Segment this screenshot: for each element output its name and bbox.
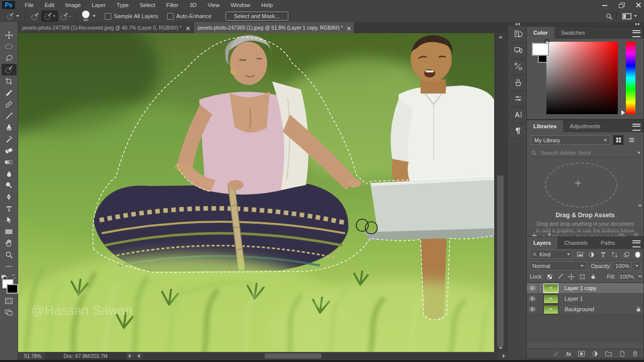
layer-thumbnail[interactable] xyxy=(543,305,558,314)
list-view-button[interactable] xyxy=(626,135,636,145)
eraser-tool[interactable] xyxy=(2,145,17,156)
visibility-eye-icon[interactable] xyxy=(527,304,538,314)
panel-menu-icon[interactable] xyxy=(632,240,640,247)
visibility-eye-icon[interactable] xyxy=(527,283,538,293)
menu-view[interactable]: View xyxy=(202,0,225,10)
new-layer-icon[interactable] xyxy=(619,350,625,357)
character-panel-icon[interactable] xyxy=(510,107,526,123)
filter-shape-layers-icon[interactable] xyxy=(610,250,619,258)
opacity-value-field[interactable]: 100% xyxy=(613,261,631,270)
stock-search-input[interactable] xyxy=(540,149,637,156)
path-selection-tool[interactable] xyxy=(2,214,17,226)
tool-presets-panel-icon[interactable] xyxy=(510,74,526,90)
crop-tool[interactable] xyxy=(2,75,17,87)
blend-mode-select[interactable]: Normal xyxy=(530,261,586,270)
menu-filter[interactable]: Filter xyxy=(160,0,184,10)
menu-window[interactable]: Window xyxy=(225,0,256,10)
menu-help[interactable]: Help xyxy=(256,0,279,10)
document-canvas[interactable]: @Hassan Sawan xyxy=(18,33,494,352)
type-tool[interactable] xyxy=(2,203,17,214)
document-tab-active[interactable]: pexels-photo-247369 (1).jpeg @ 51.8% (La… xyxy=(194,22,355,33)
lock-transparency-icon[interactable] xyxy=(546,274,553,280)
zoom-level-field[interactable]: 51.78% xyxy=(18,353,45,359)
delete-layer-icon[interactable] xyxy=(632,350,638,357)
library-select[interactable]: My Library xyxy=(531,135,610,145)
menu-type[interactable]: Type xyxy=(111,0,134,10)
tab-paths[interactable]: Paths xyxy=(594,237,621,249)
marquee-tool[interactable] xyxy=(2,41,17,52)
lock-position-icon[interactable] xyxy=(568,274,575,280)
paragraph-panel-icon[interactable] xyxy=(510,123,526,139)
horizontal-scroll-thumb[interactable] xyxy=(265,353,321,358)
healing-brush-tool[interactable] xyxy=(2,99,17,110)
tab-layers[interactable]: Layers xyxy=(527,237,557,249)
close-tab-icon[interactable] xyxy=(186,27,189,29)
hue-slider-marker[interactable] xyxy=(621,110,625,115)
fill-value-field[interactable]: 100% xyxy=(619,272,634,281)
tab-adjustments[interactable]: Adjustments xyxy=(563,120,607,132)
layer-row-layer-1[interactable]: Layer 1 xyxy=(527,294,643,304)
lock-artboard-icon[interactable] xyxy=(579,274,586,280)
brush-tool[interactable] xyxy=(2,110,17,122)
close-tab-icon[interactable] xyxy=(348,27,350,29)
properties-panel-icon[interactable] xyxy=(510,90,526,107)
pen-tool[interactable] xyxy=(2,191,17,203)
tab-color[interactable]: Color xyxy=(527,27,554,39)
layer-thumbnail[interactable] xyxy=(543,284,558,293)
search-icon[interactable] xyxy=(605,13,613,20)
menu-file[interactable]: File xyxy=(19,0,39,10)
filter-adjustment-layers-icon[interactable] xyxy=(587,250,596,258)
lock-pixels-icon[interactable] xyxy=(557,274,564,280)
history-brush-tool[interactable] xyxy=(2,133,17,145)
foreground-color-chip[interactable] xyxy=(532,43,549,56)
tab-libraries[interactable]: Libraries xyxy=(527,120,563,132)
add-layer-mask-icon[interactable] xyxy=(578,350,585,357)
new-adjustment-layer-icon[interactable] xyxy=(592,350,598,357)
filter-pixel-layers-icon[interactable] xyxy=(576,250,584,258)
tab-channels[interactable]: Channels xyxy=(557,237,594,249)
menu-edit[interactable]: Edit xyxy=(39,0,60,10)
eyedropper-tool[interactable] xyxy=(2,87,17,99)
select-and-mask-button[interactable]: Select and Mask... xyxy=(225,12,288,21)
menu-select[interactable]: Select xyxy=(134,0,161,10)
collapse-to-icons-icon[interactable] xyxy=(515,23,520,26)
lasso-tool[interactable] xyxy=(2,52,17,64)
subtract-selection-mode-button[interactable]: - xyxy=(58,11,72,21)
opacity-dropdown[interactable] xyxy=(633,261,640,270)
filter-kind-select[interactable]: Kind xyxy=(530,250,573,259)
new-group-icon[interactable] xyxy=(605,350,612,357)
vertical-scrollbar[interactable] xyxy=(495,33,506,352)
layer-row-background[interactable]: Background xyxy=(527,304,643,315)
minimize-icon[interactable] xyxy=(602,2,608,8)
history-panel-icon[interactable] xyxy=(510,26,526,42)
document-tab-inactive[interactable]: pexels-photo-247369 (1)-Recovered.jpeg @… xyxy=(18,22,194,33)
close-icon[interactable] xyxy=(636,3,641,8)
device-preview-panel-icon[interactable] xyxy=(510,42,526,58)
background-color-swatch[interactable] xyxy=(7,284,18,294)
expand-panels-icon[interactable] xyxy=(635,23,640,26)
panel-menu-icon[interactable] xyxy=(632,30,640,37)
menu-layer[interactable]: Layer xyxy=(86,0,111,10)
hue-slider[interactable] xyxy=(626,42,635,114)
shape-tool[interactable] xyxy=(2,226,17,237)
hand-tool[interactable] xyxy=(2,237,17,249)
menu-image[interactable]: Image xyxy=(60,0,87,10)
layer-thumbnail[interactable] xyxy=(543,294,558,304)
filter-smart-objects-icon[interactable] xyxy=(622,250,630,258)
status-popup-arrow-icon[interactable] xyxy=(129,354,131,358)
visibility-eye-icon[interactable] xyxy=(527,294,538,304)
background-lock-icon[interactable] xyxy=(635,306,641,312)
layer-row-layer-1-copy[interactable]: Layer 1 copy xyxy=(527,283,643,294)
menu-3d[interactable]: 3D xyxy=(184,0,202,10)
zoom-tool[interactable] xyxy=(2,249,17,260)
clone-stamp-tool[interactable] xyxy=(2,122,17,133)
saturation-brightness-field[interactable] xyxy=(546,42,618,114)
photoshop-logo[interactable]: Ps xyxy=(2,1,15,9)
tool-preset-picker[interactable] xyxy=(4,11,21,21)
restore-icon[interactable] xyxy=(619,2,625,8)
vertical-scroll-thumb[interactable] xyxy=(497,175,504,346)
scroll-left-icon[interactable] xyxy=(137,354,140,358)
scroll-right-icon[interactable] xyxy=(503,354,505,358)
dodge-tool[interactable] xyxy=(2,179,17,191)
move-tool[interactable] xyxy=(2,29,17,41)
